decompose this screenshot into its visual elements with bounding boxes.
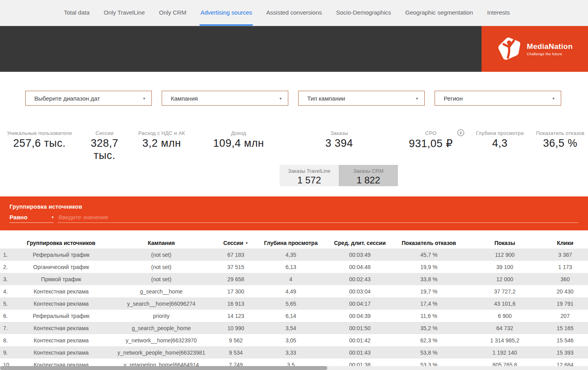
caret-down-icon: ▾ [143,96,145,101]
clicks-cell: 15 165 [542,325,588,331]
source-grouping-filter-panel: Группировка источников Равно ▾ [0,196,588,230]
table-row: 4.Контекстная рекламаg_search__home17 30… [0,285,588,297]
bounce-rate-cell: 17,4 % [390,301,467,307]
header-view-depth[interactable]: Глубина просмотра [252,240,329,246]
kpi-label: Уникальные пользователи [0,130,79,136]
tab-socio-demographics[interactable]: Socio-Demographics [335,0,392,26]
dashboard-page: Total data Only TravelLine Only CRM Adve… [0,0,588,370]
source-grouping-cell: Контекстная реклама [19,288,103,295]
row-number: 1. [0,252,19,258]
kpi-unique-users: Уникальные пользователи 257,6 тыс. [0,130,79,162]
impressions-cell: 39 100 [467,264,542,270]
table-body: 1.Реферальный трафик(not set)67 1834,350… [0,249,588,370]
horizontal-scrollbar[interactable] [0,366,588,370]
caret-down-icon: ▾ [553,96,554,101]
tab-assisted-conversions[interactable]: Assisted conversions [265,0,323,26]
impressions-cell: 1 192 140 [467,349,542,356]
filter-region-label: Регион [444,95,463,102]
kpi-label: CPO [394,130,467,136]
filter-value-input[interactable] [58,214,579,223]
row-number: 6. [0,313,19,319]
campaign-cell: y_network__home|66323970 [103,337,219,344]
subkpi-label: Заказы CRM [339,168,398,174]
campaign-cell: (not set) [103,252,219,258]
filter-row: Выберите диапазон дат ▾ Кампания ▾ Тип к… [25,91,588,106]
kpi-value: 328,7 тыс. [79,137,130,162]
header-impressions[interactable]: Показы [467,240,542,246]
sub-kpi-row: Заказы TravelLine 1 572 Заказы CRM 1 822 [280,165,588,186]
header-bounce-rate[interactable]: Показатель отказов [390,240,467,246]
clicks-cell: 15 546 [542,337,588,344]
scrollbar-thumb[interactable] [0,366,327,370]
impressions-cell: 6 900 [467,313,542,319]
header-clicks[interactable]: Клики [542,240,588,246]
row-number: 4. [0,288,19,295]
campaign-cell: y_network_people_home|66323981 [103,349,219,356]
row-number: 5. [0,301,19,307]
clicks-cell: 20 430 [542,288,588,295]
bounce-rate-cell: 11,6 % [390,313,467,319]
impressions-cell: 43 101,6 [467,301,542,307]
kpi-orders: Заказы 3 394 [284,130,394,162]
view-depth-cell: 6,14 [252,313,329,319]
filter-campaign[interactable]: Кампания ▾ [162,91,288,106]
source-grouping-cell: Органический трафик [19,264,103,270]
clicks-cell: 360 [542,276,588,282]
header-source-grouping[interactable]: Группировка источников [19,240,103,246]
filter-campaign-type-label: Тип кампании [307,95,345,102]
impressions-cell: 112 900 [467,252,542,258]
sessions-cell: 29 658 [219,276,252,282]
filter-campaign-type[interactable]: Тип кампании ▾ [298,91,425,106]
kpi-label: Показатель отказов [532,130,588,136]
table-row: 8.Контекстная рекламаy_network__home|663… [0,334,588,346]
header-campaign[interactable]: Кампания [103,240,219,246]
info-icon[interactable]: i [457,129,464,136]
kpi-value: 4,3 [467,137,532,149]
tab-total-data[interactable]: Total data [63,0,90,26]
bounce-rate-cell: 45,7 % [390,252,467,258]
impressions-cell: 12 000 [467,276,542,282]
tab-advertising-sources[interactable]: Advertising sources [200,0,253,26]
avg-duration-cell: 00:04:39 [329,313,390,319]
caret-down-icon: ▾ [280,96,282,101]
view-depth-cell: 4,35 [252,252,329,258]
sessions-cell: 17 300 [219,288,252,295]
filter-panel-controls: Равно ▾ [9,214,579,223]
brand-text: MediaNation Challenge the future [527,42,573,56]
sessions-cell: 67 183 [219,252,252,258]
source-grouping-cell: Контекстная реклама [19,349,103,356]
tab-interests[interactable]: Interests [486,0,511,26]
bounce-rate-cell: 33,8 % [390,276,467,282]
tab-geographic-segmentation[interactable]: Geographic segmentation [404,0,474,26]
table-row: 2.Органический трафик(not set)37 5156,13… [0,261,588,273]
filter-region[interactable]: Регион ▾ [435,91,561,106]
kpi-value: 3,2 млн [130,137,193,149]
header-avg-session-duration[interactable]: Сред. длит. сессии [329,240,390,246]
kpi-value: 3 394 [284,137,394,149]
campaign-cell: g_search__home [103,288,219,295]
subkpi-orders-travelline[interactable]: Заказы TravelLine 1 572 [280,165,339,186]
operator-select[interactable]: Равно ▾ [9,214,54,223]
caret-down-icon: ▾ [52,215,54,219]
tab-only-travelline[interactable]: Only TravelLine [103,0,146,26]
sort-desc-icon: ▼ [245,241,248,245]
subkpi-label: Заказы TravelLine [280,168,339,174]
avg-duration-cell: 00:02:43 [329,276,390,282]
filter-panel-title: Группировка источников [9,204,579,210]
brand-block: MediaNation Challenge the future [482,26,588,72]
view-depth-cell: 3,54 [252,325,329,331]
table-row: 1.Реферальный трафик(not set)67 1834,350… [0,249,588,261]
kpi-value: 109,4 млн [193,137,284,149]
header-sessions[interactable]: Сессии▼ [219,240,252,246]
subkpi-orders-crm[interactable]: Заказы CRM 1 822 [339,165,398,186]
avg-duration-cell: 00:01:50 [329,325,390,331]
table-row: 6.Реферальный трафикpriority14 1236,1400… [0,310,588,322]
sessions-cell: 16 913 [219,301,252,307]
campaign-cell: (not set) [103,264,219,270]
tab-only-crm[interactable]: Only CRM [158,0,187,26]
kpi-value: 931,05 ₽ [394,137,467,150]
kpi-label: Сессии [79,130,130,136]
bounce-rate-cell: 53,8 % [390,349,467,356]
filter-date-range[interactable]: Выберите диапазон дат ▾ [25,91,152,106]
campaign-cell: g_search_people_home [103,325,219,331]
